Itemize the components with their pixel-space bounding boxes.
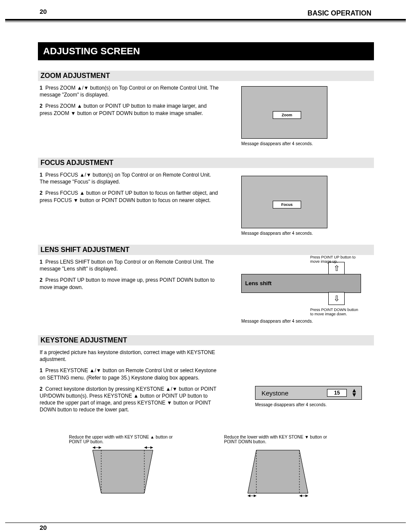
arrow-down-icon: ⇩ bbox=[328, 292, 345, 305]
zoom-caption: Message disappears after 4 seconds. bbox=[241, 141, 313, 146]
keystone-step1: Press KEYSTONE ▲/▼ button on Remote Cont… bbox=[40, 367, 216, 380]
lensshift-caption: Message disappears after 4 seconds. bbox=[241, 319, 313, 324]
focus-body: 1 Press FOCUS ▲/▼ button(s) on Top Contr… bbox=[40, 171, 221, 208]
lensshift-heading: LENS SHIFT ADJUSTMENT bbox=[38, 245, 374, 255]
svg-marker-5 bbox=[144, 446, 147, 449]
lensshift-step2: Press POINT UP button to move image up, … bbox=[40, 277, 215, 290]
arrow-up-icon: ⇧ bbox=[328, 262, 345, 275]
trapezoid-lower-caption: Reduce the lower width with KEY STONE ▼ … bbox=[224, 435, 336, 444]
header-title: BASIC OPERATION bbox=[308, 9, 371, 18]
svg-marker-2 bbox=[99, 446, 101, 449]
lensshift-up-label: Press POINT UP button to move image up. bbox=[310, 255, 361, 264]
trapezoid-lower: Reduce the lower width with KEY STONE ▼ … bbox=[241, 446, 314, 499]
page-number-footer: 20 bbox=[40, 524, 47, 531]
trapezoid-upper-caption: Reduce the upper width with KEY STONE ▲ … bbox=[69, 435, 181, 444]
keystone-heading: KEYSTONE ADJUSTMENT bbox=[38, 335, 374, 345]
keystone-body: If a projected picture has keystone dist… bbox=[40, 349, 221, 418]
focus-heading: FOCUS ADJUSTMENT bbox=[38, 158, 374, 168]
lensshift-down-label: Press POINT DOWN button to move image do… bbox=[310, 308, 361, 316]
svg-marker-10 bbox=[248, 495, 250, 497]
svg-marker-6 bbox=[150, 446, 153, 449]
zoom-osd-label: Zoom bbox=[273, 111, 301, 119]
svg-marker-0 bbox=[93, 450, 153, 493]
focus-osd-label: Focus bbox=[273, 201, 301, 208]
lensshift-step1: Press LENS SHIFT button on Top Control o… bbox=[40, 259, 214, 272]
svg-marker-9 bbox=[254, 495, 256, 497]
keystone-osd-value: 15 bbox=[327, 389, 347, 397]
focus-caption: Message disappears after 4 seconds. bbox=[241, 231, 313, 236]
svg-marker-7 bbox=[248, 450, 308, 493]
lensshift-body: 1 Press LENS SHIFT button on Top Control… bbox=[40, 258, 221, 295]
lensshift-osd: ⇧ Lens shift ⇩ Press POINT UP button to … bbox=[241, 274, 361, 293]
zoom-osd: Zoom bbox=[241, 86, 327, 139]
zoom-heading: ZOOM ADJUSTMENT bbox=[38, 71, 374, 81]
focus-step2: Press FOCUS ▲ button or POINT UP button … bbox=[40, 190, 218, 203]
zoom-body: 1 Press ZOOM ▲/▼ button(s) on Top Contro… bbox=[40, 84, 221, 121]
svg-marker-3 bbox=[93, 446, 95, 449]
zoom-step2: Press ZOOM ▲ button or POINT UP button t… bbox=[40, 103, 207, 116]
footer-rule bbox=[5, 523, 406, 523]
keystone-up-down-icon: ▲▼ bbox=[351, 389, 357, 397]
focus-step1: Press FOCUS ▲/▼ button(s) on Top Control… bbox=[40, 172, 211, 185]
page-number: 20 bbox=[40, 8, 47, 15]
keystone-caption: Message disappears after 4 seconds. bbox=[255, 402, 327, 407]
lensshift-osd-label: Lens shift bbox=[245, 280, 271, 286]
keystone-osd: Keystone 15 ▲▼ bbox=[255, 386, 362, 400]
top-rules bbox=[5, 19, 406, 22]
section-banner: ADJUSTING SCREEN bbox=[38, 42, 374, 60]
svg-marker-13 bbox=[305, 495, 308, 497]
keystone-step2: Correct keystone distortion by pressing … bbox=[40, 386, 216, 413]
keystone-osd-label: Keystone bbox=[262, 389, 289, 397]
trapezoid-upper: Reduce the upper width with KEY STONE ▲ … bbox=[86, 446, 159, 499]
keystone-intro: If a projected picture has keystone dist… bbox=[40, 349, 221, 363]
zoom-step1: Press ZOOM ▲/▼ button(s) on Top Control … bbox=[40, 85, 219, 98]
svg-marker-12 bbox=[299, 495, 302, 497]
focus-osd: Focus bbox=[241, 176, 327, 228]
